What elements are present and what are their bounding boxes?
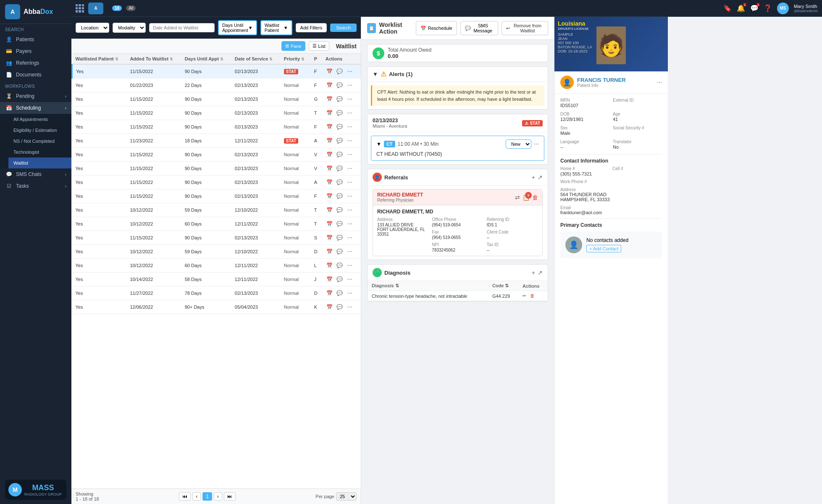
sidebar-item-sms-chats[interactable]: 💬 SMS Chats › [0, 168, 71, 180]
messages-icon[interactable]: 💬1 [750, 4, 759, 12]
list-view-button[interactable]: ☰ List [309, 41, 329, 51]
appt-status-select[interactable]: New [506, 139, 531, 149]
add-diagnosis-icon[interactable]: + [532, 269, 535, 276]
sort-dos-icon[interactable]: ⇅ [269, 57, 273, 61]
calendar-action-icon[interactable]: 📅 [326, 261, 334, 270]
table-row[interactable]: Yes 01/22/2023 22 Days 02/13/2023 Normal… [72, 79, 361, 92]
date-added-input[interactable] [149, 23, 215, 32]
chat-action-icon[interactable]: 💬 [336, 234, 344, 242]
remove-waitlist-button[interactable]: ↩ Remove from Waitlist [502, 21, 548, 35]
reschedule-button[interactable]: 📅 Reschedule [416, 21, 457, 35]
edit-diag-icon[interactable]: ✏ [523, 293, 526, 298]
table-row[interactable]: Yes 11/15/2022 90 Days 02/13/2023 Normal… [72, 92, 361, 106]
bookmark-icon[interactable]: 🔖 [723, 4, 732, 12]
per-page-select[interactable]: 25 50 100 [336, 492, 357, 501]
table-row[interactable]: Yes 11/15/2022 90 Days 02/13/2023 Normal… [72, 231, 361, 245]
sort-days-icon[interactable]: ⇅ [220, 57, 223, 61]
chat-action-icon[interactable]: 💬 [336, 150, 344, 159]
chat-action-icon[interactable]: 💬 [336, 164, 344, 173]
table-row[interactable]: Yes 11/15/2022 90 Days 02/13/2023 Normal… [72, 176, 361, 189]
calendar-action-icon[interactable]: 📅 [326, 67, 334, 76]
table-row[interactable]: Yes 10/14/2022 58 Days 12/11/2022 Normal… [72, 273, 361, 286]
table-row[interactable]: Yes 10/12/2022 60 Days 12/11/2022 Normal… [72, 217, 361, 231]
more-action-icon[interactable]: ⋯ [346, 261, 354, 270]
more-action-icon[interactable]: ⋯ [346, 178, 354, 186]
more-action-icon[interactable]: ⋯ [346, 234, 354, 242]
table-row[interactable]: Yes 11/15/2022 90 Days 02/13/2023 Normal… [72, 162, 361, 176]
referral-delete-icon[interactable]: 🗑 [532, 194, 538, 201]
calendar-action-icon[interactable]: 📅 [326, 247, 334, 256]
sort-added-icon[interactable]: ⇅ [170, 57, 173, 61]
calendar-action-icon[interactable]: 📅 [326, 206, 334, 214]
appt-more-icon[interactable]: ⋯ [534, 141, 539, 147]
modality-select[interactable]: Modality [113, 23, 146, 33]
more-action-icon[interactable]: ⋯ [346, 247, 354, 256]
sidebar-item-technologist[interactable]: Technologist [8, 147, 71, 158]
expand-diagnosis-icon[interactable]: ↗ [538, 269, 543, 276]
chat-action-icon[interactable]: 💬 [336, 67, 344, 76]
add-referral-icon[interactable]: + [532, 174, 535, 181]
sidebar-item-scheduling[interactable]: 📅 Scheduling › [0, 102, 71, 114]
chat-action-icon[interactable]: 💬 [336, 123, 344, 131]
chat-action-icon[interactable]: 💬 [336, 247, 344, 256]
more-action-icon[interactable]: ⋯ [346, 289, 354, 297]
table-row[interactable]: Yes 12/06/2022 90+ Days 05/04/2023 Norma… [72, 300, 361, 314]
chat-action-icon[interactable]: 💬 [336, 303, 344, 311]
calendar-action-icon[interactable]: 📅 [326, 220, 334, 228]
calendar-action-icon[interactable]: 📅 [326, 192, 334, 200]
calendar-action-icon[interactable]: 📅 [326, 164, 334, 173]
more-action-icon[interactable]: ⋯ [346, 303, 354, 311]
chat-action-icon[interactable]: 💬 [336, 81, 344, 89]
sidebar-item-tasks[interactable]: ☑ Tasks › [0, 180, 71, 192]
sidebar-item-patients[interactable]: 👤 Patients [0, 34, 71, 45]
calendar-action-icon[interactable]: 📅 [326, 275, 334, 284]
last-page-button[interactable]: ⏭ [224, 492, 236, 501]
chat-action-icon[interactable]: 💬 [336, 206, 344, 214]
sort-code-icon[interactable]: ⇅ [505, 283, 509, 288]
calendar-action-icon[interactable]: 📅 [326, 95, 334, 103]
chat-action-icon[interactable]: 💬 [336, 275, 344, 284]
sort-waitlisted-icon[interactable]: ⇅ [115, 57, 118, 61]
chat-action-icon[interactable]: 💬 [336, 178, 344, 186]
more-action-icon[interactable]: ⋯ [346, 67, 354, 76]
more-action-icon[interactable]: ⋯ [346, 81, 354, 89]
table-row[interactable]: Yes 11/15/2022 90 Days 02/13/2023 Normal… [72, 148, 361, 162]
sms-message-button[interactable]: 💬 SMS Message [460, 21, 498, 35]
prev-page-button[interactable]: ‹ [192, 492, 201, 501]
calendar-action-icon[interactable]: 📅 [326, 303, 334, 311]
next-page-button[interactable]: › [214, 492, 222, 501]
more-action-icon[interactable]: ⋯ [346, 109, 354, 117]
delete-diag-icon[interactable]: 🗑 [530, 293, 535, 298]
sidebar-item-eligibility[interactable]: Eligibility / Estimation [8, 125, 71, 136]
notifications-icon[interactable]: 🔔1 [737, 4, 745, 12]
table-row[interactable]: Yes 11/15/2022 90 Days 02/13/2023 Normal… [72, 120, 361, 134]
expand-referral-icon[interactable]: ↗ [538, 174, 543, 181]
chat-action-icon[interactable]: 💬 [336, 261, 344, 270]
add-contact-button[interactable]: + Add Contact [586, 245, 621, 252]
first-page-button[interactable]: ⏮ [179, 492, 191, 501]
location-select[interactable]: Location [76, 23, 109, 33]
more-action-icon[interactable]: ⋯ [346, 275, 354, 284]
table-row[interactable]: Yes 10/12/2022 59 Days 12/10/2022 Normal… [72, 245, 361, 259]
page-1-button[interactable]: 1 [202, 492, 212, 501]
alerts-header[interactable]: ▼ ⚠ Alerts (1) [368, 67, 548, 82]
more-action-icon[interactable]: ⋯ [346, 95, 354, 103]
days-until-filter[interactable]: Days Until Appointment ▼ [218, 20, 257, 35]
grid-menu-icon[interactable] [76, 4, 84, 13]
calendar-action-icon[interactable]: 📅 [326, 234, 334, 242]
table-row[interactable]: Yes 11/15/2022 90 Days 02/13/2023 STAT F… [72, 64, 361, 79]
table-row[interactable]: Yes 11/27/2022 78 Days 02/13/2023 Normal… [72, 286, 361, 300]
calendar-action-icon[interactable]: 📅 [326, 150, 334, 159]
waitlist-patient-filter[interactable]: Waitlist Patient ▼ [260, 20, 292, 35]
calendar-action-icon[interactable]: 📅 [326, 289, 334, 297]
more-action-icon[interactable]: ⋯ [346, 220, 354, 228]
sidebar-item-ns[interactable]: NS / Not Completed [8, 136, 71, 147]
pane-view-button[interactable]: ⊞ Pane [281, 41, 305, 51]
table-row[interactable]: Yes 11/15/2022 90 Days 02/13/2023 Normal… [72, 189, 361, 203]
sidebar-item-documents[interactable]: 📄 Documents [0, 69, 71, 81]
sidebar-item-waitlist[interactable]: Waitlist [8, 158, 71, 168]
patient-more-icon[interactable]: ⋯ [657, 79, 662, 85]
calendar-action-icon[interactable]: 📅 [326, 136, 334, 145]
search-button[interactable]: Search [330, 24, 357, 32]
table-row[interactable]: Yes 10/12/2022 60 Days 12/11/2022 Normal… [72, 259, 361, 273]
